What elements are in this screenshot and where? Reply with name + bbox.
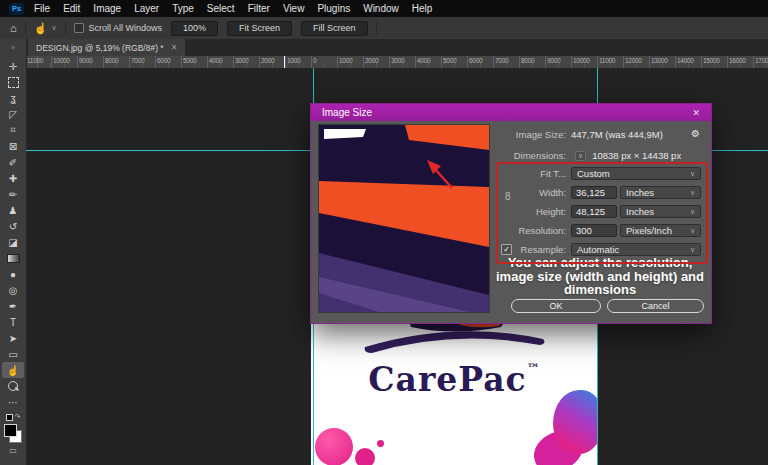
ruler-label: 4000 (417, 57, 430, 64)
resolution-label: Resolution: (451, 224, 566, 237)
default-colors-control[interactable]: ↷ (6, 413, 21, 421)
zoom-100-button[interactable]: 100% (171, 21, 218, 36)
resolution-input[interactable] (571, 224, 617, 237)
ruler-label: 0 (313, 57, 316, 64)
menu-item[interactable]: File (34, 3, 50, 14)
separator (65, 21, 66, 35)
gear-icon[interactable]: ⚙ (691, 128, 700, 139)
history-brush-tool[interactable]: ↺ (2, 218, 24, 234)
gradient-tool[interactable] (2, 250, 24, 266)
tab-close-icon[interactable]: ✕ (171, 43, 178, 52)
resolution-unit-select[interactable]: Pixels/Inch∨ (620, 224, 701, 237)
fill-screen-button[interactable]: Fill Screen (301, 21, 368, 36)
ruler-label: 11000 (599, 57, 615, 64)
chevron-down-icon[interactable]: ∨ (51, 24, 56, 32)
options-bar: ⌂ ☝ ∨ Scroll All Windows 100% Fit Screen… (0, 17, 768, 40)
ruler-label: 13000 (651, 57, 668, 64)
ruler-label: 14000 (677, 57, 694, 64)
frame-tool[interactable]: ⊠ (2, 138, 24, 154)
width-label: Width: (451, 186, 566, 199)
swap-colors-icon[interactable]: ↷ (15, 413, 21, 421)
ruler-position-indicator (284, 56, 285, 68)
width-unit-select[interactable]: Inches∨ (620, 186, 701, 199)
ruler-label: 9000 (79, 57, 92, 64)
height-input[interactable] (571, 205, 617, 218)
hand-tool-icon[interactable]: ☝ (34, 22, 48, 35)
ruler-label: 3000 (235, 57, 248, 64)
document-tab[interactable]: DESIGN.jpg @ 5,19% (RGB/8#) * ✕ (28, 39, 185, 56)
height-unit-select[interactable]: Inches∨ (620, 205, 701, 218)
menu-item[interactable]: Select (207, 3, 235, 14)
ruler-label: 6000 (157, 57, 170, 64)
default-colors-icon (6, 414, 13, 421)
lasso-tool[interactable]: ʓ (2, 90, 24, 106)
clone-stamp-tool[interactable]: ♟ (2, 202, 24, 218)
edit-toolbar-button[interactable]: ⋯ (2, 394, 24, 410)
gradient-blob-right (553, 390, 597, 454)
eraser-tool[interactable]: ◪ (2, 234, 24, 250)
brush-tool[interactable]: ✏ (2, 186, 24, 202)
scroll-all-windows-option[interactable]: Scroll All Windows (74, 23, 163, 33)
path-selection-tool[interactable]: ➤ (2, 330, 24, 346)
dialog-title-bar[interactable]: Image Size ✕ (311, 104, 711, 121)
menu-items: FileEditImageLayerTypeSelectFilterViewPl… (34, 3, 432, 14)
ok-button[interactable]: OK (511, 299, 601, 313)
rectangle-tool[interactable]: ▭ (2, 346, 24, 362)
menu-item[interactable]: Image (93, 3, 121, 14)
move-tool[interactable]: ✛ (2, 58, 24, 74)
pen-tool[interactable]: ✒ (2, 298, 24, 314)
menu-item[interactable]: Layer (134, 3, 159, 14)
crop-tool[interactable]: ⌗ (2, 122, 24, 138)
color-swatches[interactable] (4, 424, 22, 443)
dialog-close-icon[interactable]: ✕ (692, 108, 700, 118)
menu-item[interactable]: View (283, 3, 305, 14)
ruler-label: 3000 (391, 57, 404, 64)
width-input[interactable] (571, 186, 617, 199)
ruler-label: 16000 (729, 57, 746, 64)
ruler-label: 6000 (469, 57, 482, 64)
menu-item[interactable]: Window (363, 3, 399, 14)
foreground-color-swatch[interactable] (4, 424, 17, 437)
menu-bar: Ps FileEditImageLayerTypeSelectFilterVie… (0, 0, 768, 17)
fit-to-select[interactable]: Custom∨ (571, 167, 701, 180)
eyedropper-tool[interactable]: ✐ (2, 154, 24, 170)
tools-panel: » ✛ʓ◸⌗⊠✐✚✏♟↺◪●◎✒T➤▭☝⋯ ↷ ▭ (0, 39, 27, 465)
tools-list: ✛ʓ◸⌗⊠✐✚✏♟↺◪●◎✒T➤▭☝⋯ (2, 58, 24, 410)
menu-item[interactable]: Filter (248, 3, 270, 14)
menu-item[interactable]: Help (412, 3, 433, 14)
dodge-tool[interactable]: ◎ (2, 282, 24, 298)
fit-screen-button[interactable]: Fit Screen (227, 21, 292, 36)
home-icon[interactable]: ⌂ (10, 22, 17, 34)
cancel-button[interactable]: Cancel (607, 299, 704, 313)
scroll-all-windows-checkbox[interactable] (74, 23, 84, 33)
dimensions-chevron-icon[interactable]: ∨ (575, 151, 586, 161)
ruler-label: 17000 (755, 57, 768, 64)
screen-mode-icon[interactable]: ▭ (9, 446, 17, 455)
zoom-tool[interactable] (2, 378, 24, 394)
spot-healing-brush-tool[interactable]: ✚ (2, 170, 24, 186)
image-size-value: 447,7M (was 444,9M) (571, 128, 663, 141)
menu-item[interactable]: Edit (63, 3, 80, 14)
ruler-label: 10000 (573, 57, 590, 64)
image-size-label: Image Size: (451, 128, 566, 141)
ruler-label: 8000 (105, 57, 118, 64)
ruler-label: 10000 (53, 57, 70, 64)
menu-item[interactable]: Type (172, 3, 194, 14)
toolbar-collapse-icon[interactable]: » (11, 39, 15, 56)
rectangular-marquee-tool[interactable] (2, 74, 24, 90)
ruler-label: 1000 (287, 57, 300, 64)
type-tool[interactable]: T (2, 314, 24, 330)
separator (376, 21, 377, 35)
separator (25, 21, 26, 35)
menu-item[interactable]: Plugins (317, 3, 350, 14)
blur-tool[interactable]: ● (2, 266, 24, 282)
ruler-label: 2000 (261, 57, 274, 64)
ruler-label: 7000 (131, 57, 144, 64)
hand-tool[interactable]: ☝ (2, 362, 24, 378)
dimensions-value: 10838 px × 14438 px (592, 150, 681, 161)
object-selection-tool[interactable]: ◸ (2, 106, 24, 122)
tab-bar: DESIGN.jpg @ 5,19% (RGB/8#) * ✕ (26, 39, 768, 56)
pink-blob-left (315, 428, 353, 465)
scroll-all-windows-label: Scroll All Windows (89, 23, 163, 33)
image-size-dialog: Image Size ✕ ⚙ Image Size: 447,7M (was 4… (310, 103, 712, 324)
